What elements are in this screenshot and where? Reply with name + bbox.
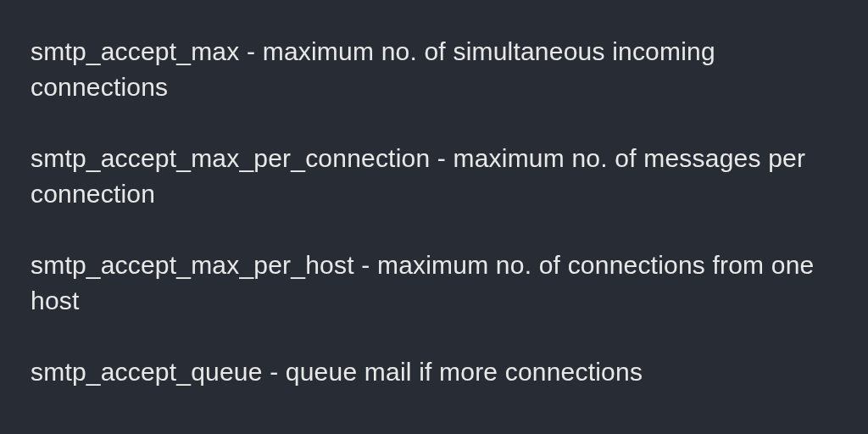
config-text: smtp_accept_queue - queue mail if more c…: [31, 354, 837, 390]
config-item: smtp_accept_queue - queue mail if more c…: [31, 354, 837, 390]
config-item: smtp_accept_max_per_host - maximum no. o…: [31, 248, 837, 319]
config-text: smtp_accept_max - maximum no. of simulta…: [31, 34, 837, 105]
config-text: smtp_accept_max_per_connection - maximum…: [31, 141, 837, 212]
config-text: smtp_accept_max_per_host - maximum no. o…: [31, 248, 837, 319]
config-item: smtp_accept_max_per_connection - maximum…: [31, 141, 837, 212]
config-item: smtp_accept_max - maximum no. of simulta…: [31, 34, 837, 105]
